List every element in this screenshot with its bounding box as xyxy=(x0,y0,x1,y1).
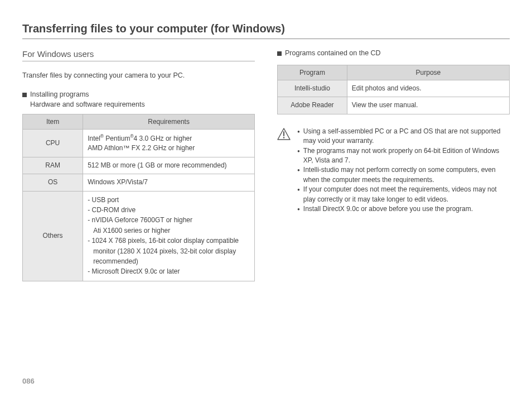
intro-text: Transfer files by connecting your camera… xyxy=(22,71,255,79)
table-row: Intelli-studio Edit photos and videos. xyxy=(278,80,510,97)
cell-label-intelli: Intelli-studio xyxy=(278,80,347,97)
square-bullet-icon xyxy=(22,93,27,97)
th-item: Item xyxy=(23,114,83,130)
cell-value-ram: 512 MB or more (1 GB or more recommended… xyxy=(83,157,255,174)
left-column: For Windows users Transfer files by conn… xyxy=(22,49,255,281)
cell-label-cpu: CPU xyxy=(23,130,83,157)
subhead-installing-label: Installing programs xyxy=(30,90,89,98)
content-columns: For Windows users Transfer files by conn… xyxy=(22,49,510,281)
warning-list: Using a self-assembled PC or a PC and OS… xyxy=(297,127,510,214)
cell-value-others: - USB port - CD-ROM drive - nVIDIA Gefor… xyxy=(83,191,255,281)
section-heading-windows-users: For Windows users xyxy=(22,49,255,61)
cell-label-os: OS xyxy=(23,174,83,191)
warning-block: Using a self-assembled PC or a PC and OS… xyxy=(277,127,510,214)
cell-value-os: Windows XP/Vista/7 xyxy=(83,174,255,191)
list-item: Install DirectX 9.0c or above before you… xyxy=(297,204,510,214)
svg-point-2 xyxy=(283,137,285,138)
subhead-programs-cd: Programs contained on the CD xyxy=(277,49,510,57)
th-requirements: Requirements xyxy=(83,114,255,130)
table-row: Adobe Reader View the user manual. xyxy=(278,97,510,114)
cell-label-ram: RAM xyxy=(23,157,83,174)
page-number: 086 xyxy=(22,377,35,385)
table-row: OS Windows XP/Vista/7 xyxy=(23,174,255,191)
table-row: CPU Intel® Pentium®4 3.0 GHz or higher A… xyxy=(23,130,255,157)
list-item: Using a self-assembled PC or a PC and OS… xyxy=(297,127,510,146)
table-row: RAM 512 MB or more (1 GB or more recomme… xyxy=(23,157,255,174)
right-column: Programs contained on the CD Program Pur… xyxy=(277,49,510,281)
table-row: Others - USB port - CD-ROM drive - nVIDI… xyxy=(23,191,255,281)
th-program: Program xyxy=(278,65,347,80)
programs-table: Program Purpose Intelli-studio Edit phot… xyxy=(277,65,510,114)
table-header-row: Program Purpose xyxy=(278,65,510,80)
cell-label-adobe: Adobe Reader xyxy=(278,97,347,114)
square-bullet-icon xyxy=(277,51,282,56)
page-title: Transferring files to your computer (for… xyxy=(22,22,510,39)
th-purpose: Purpose xyxy=(347,65,509,80)
list-item: The programs may not work properly on 64… xyxy=(297,146,510,166)
warning-icon xyxy=(277,128,291,214)
cell-value-intelli: Edit photos and videos. xyxy=(347,80,509,97)
list-item: Intelli-studio may not perform correctly… xyxy=(297,165,510,185)
cell-label-others: Others xyxy=(23,191,83,281)
cell-value-adobe: View the user manual. xyxy=(347,97,509,114)
cell-value-cpu: Intel® Pentium®4 3.0 GHz or higher AMD A… xyxy=(83,130,255,157)
requirements-table: Item Requirements CPU Intel® Pentium®4 3… xyxy=(22,114,255,281)
subhead-caption: Hardware and software requirements xyxy=(30,100,255,108)
subhead-programs-label: Programs contained on the CD xyxy=(285,49,381,57)
subhead-installing: Installing programs xyxy=(22,90,255,98)
table-header-row: Item Requirements xyxy=(23,114,255,130)
list-item: If your computer does not meet the requi… xyxy=(297,185,510,204)
